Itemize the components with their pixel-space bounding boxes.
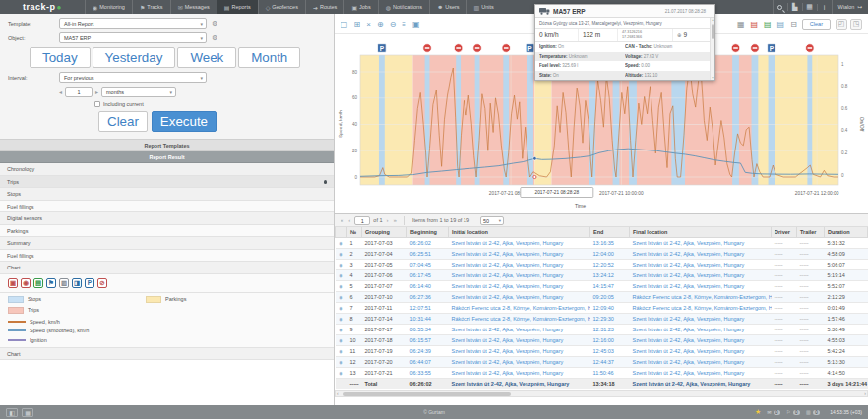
chart-tool-icon[interactable]: × [366,20,371,29]
template-select[interactable]: All-in Report ▾ [59,18,207,29]
report-section-item[interactable]: Digital sensors [0,212,334,225]
row-visibility-icon[interactable]: ◉ [336,357,347,368]
column-header[interactable] [336,227,347,238]
chart-tool-icon[interactable]: ⊕ [377,20,384,29]
report-result-header[interactable]: Report Result [0,151,334,163]
nav-item[interactable]: ☻ Users [429,0,466,14]
table-row[interactable]: ◉102017-07-1806:15:57Szent István út 2-4… [336,335,868,346]
chart-tool-icon[interactable]: ▣ [412,20,420,29]
nav-utility-icon[interactable]: ▙ [787,3,802,11]
table-cell[interactable]: Szent István út 2-42, Ajka, Veszprém, Hu… [630,281,772,292]
row-visibility-icon[interactable]: ◉ [336,292,347,303]
interval-select[interactable]: For previous ▾ [59,72,207,83]
table-cell[interactable]: Szent István út 2-42, Ajka, Veszprém, Hu… [449,357,590,368]
status-counter[interactable]: ⚐ 0 [786,409,800,415]
scrollbar-thumb[interactable] [343,392,511,396]
nav-item[interactable]: ◇ Geofences [258,0,305,14]
table-cell[interactable]: Szent István út 2-42, Ajka, Veszprém, Hu… [630,357,772,368]
quick-interval-button[interactable]: Yesterday [93,47,176,68]
export-icon[interactable]: ▤ [764,20,772,29]
table-cell[interactable]: Szent István út 2-42, Ajka, Veszprém, Hu… [630,325,772,335]
row-visibility-icon[interactable]: ◉ [336,346,347,357]
page-size-select[interactable]: 50 ▾ [480,216,504,225]
chart-toggle-icon[interactable]: ▤ [33,278,43,288]
export-icon[interactable]: ⊟ [790,20,797,29]
table-cell[interactable]: Rákóczi Ferenc utca 2-8, Környe, Komárom… [630,303,772,314]
nav-item[interactable]: ➔ Routes [305,0,343,14]
table-row[interactable]: ◉62017-07-1006:27:36Szent István út 2-42… [336,292,868,303]
nav-item[interactable]: ◉ Monitoring [85,0,132,14]
increment-icon[interactable]: ▸ [95,89,98,95]
row-visibility-icon[interactable]: ◉ [336,260,347,270]
table-row[interactable]: ◉82017-07-1410:31:44Rákóczi Ferenc utca … [336,314,868,325]
table-cell[interactable]: Rákóczi Ferenc utca 2-8, Környe, Komárom… [449,314,590,325]
chart-toggle-icon[interactable]: ▨ [59,278,69,288]
table-cell[interactable]: Szent István út 2-42, Ajka, Veszprém, Hu… [449,346,590,357]
table-cell[interactable]: Szent István út 2-42, Ajka, Veszprém, Hu… [449,249,590,260]
table-cell[interactable]: Szent István út 2-42, Ajka, Veszprém, Hu… [449,292,590,303]
table-row[interactable]: ◉52017-07-0706:14:40Szent István út 2-42… [336,281,868,292]
chart-tool-icon[interactable]: ≡ [402,20,406,29]
nav-item[interactable]: ◍ Notifications [378,0,429,14]
table-row[interactable]: ◉122017-07-2006:44:07Szent István út 2-4… [336,357,868,368]
chart-tool-icon[interactable]: ⊞ [354,20,361,29]
table-cell[interactable]: Szent István út 2-42, Ajka, Veszprém, Hu… [449,281,590,292]
search-icon[interactable] [773,0,787,14]
table-cell[interactable]: Szent István út 2-42, Ajka, Veszprém, Hu… [630,346,772,357]
row-visibility-icon[interactable]: ◉ [336,270,347,281]
nav-utility-icon[interactable]: ▦ [802,3,817,11]
column-header[interactable]: Beginning [407,227,449,238]
row-visibility-icon[interactable]: ◉ [336,335,347,346]
table-cell[interactable]: Szent István út 2-42, Ajka, Veszprém, Hu… [630,249,772,260]
table-row[interactable]: ◉132017-07-2106:33:55Szent István út 2-4… [336,368,868,379]
column-header[interactable]: Final location [630,227,772,238]
clear-button[interactable]: Clear [98,111,148,132]
page-number-input[interactable]: 1 [354,216,370,225]
nav-item[interactable]: ▥ Units [466,0,501,14]
row-visibility-icon[interactable]: ◉ [336,238,347,249]
chart-toggle-icon[interactable]: ▣ [8,278,18,288]
table-cell[interactable]: Szent István út 2-42, Ajka, Veszprém, Hu… [449,368,590,379]
row-visibility-icon[interactable]: ◉ [336,303,347,314]
chart-toggle-icon[interactable]: ◉ [21,278,31,288]
table-row[interactable]: ◉42017-07-0606:17:45Szent István út 2-42… [336,270,868,281]
nav-item[interactable]: ▤ Reports [217,0,258,14]
row-visibility-icon[interactable]: ◉ [336,325,347,335]
table-row[interactable]: ◉32017-07-0507:04:45Szent István út 2-42… [336,260,868,270]
chart-tool-icon[interactable]: ⊖ [390,20,397,29]
table-cell[interactable]: Szent István út 2-42, Ajka, Veszprém, Hu… [630,368,772,379]
export-icon[interactable]: ▤ [750,20,758,29]
chart-clear-button[interactable]: Clear [802,19,831,30]
footer-panel-icon[interactable]: ▦ [22,408,33,417]
column-header[interactable]: Duration [825,227,868,238]
chart-toggle-icon[interactable]: P [85,278,94,288]
table-cell[interactable]: Szent István út 2-42, Ajka, Veszprém, Hu… [630,238,772,249]
table-cell[interactable]: Szent István út 2-42, Ajka, Veszprém, Hu… [630,335,772,346]
column-header[interactable]: Grouping [362,227,407,238]
nav-item[interactable]: ⚑ Tracks [132,0,170,14]
quick-interval-button[interactable]: Today [30,47,91,68]
table-row[interactable]: ◉22017-07-0406:25:51Szent István út 2-42… [336,249,868,260]
chart-toggle-icon[interactable]: ◨ [72,278,82,288]
chart-section-footer[interactable]: Chart [0,348,334,361]
nav-utility-icon[interactable]: i [817,4,832,11]
report-section-item[interactable]: Summary [0,237,334,250]
report-section-item[interactable]: Fuel fillings [0,250,334,263]
user-menu[interactable]: Wialon ↦ [832,0,868,14]
report-section-item[interactable]: Stops [0,188,334,201]
row-visibility-icon[interactable]: ◉ [336,281,347,292]
export-icon[interactable]: ▦ [737,20,745,29]
template-settings-icon[interactable]: ⚙ [212,20,217,28]
report-section-item[interactable]: Chart [0,262,334,274]
table-cell[interactable]: Rákóczi Ferenc utca 2-8, Környe, Komárom… [630,292,772,303]
export-icon[interactable]: ▤ [777,20,785,29]
table-cell[interactable]: Szent István út 2-42, Ajka, Veszprém, Hu… [630,270,772,281]
object-settings-icon[interactable]: ⚙ [212,34,217,42]
table-cell[interactable]: Szent István út 2-42, Ajka, Veszprém, Hu… [449,335,590,346]
chart-tool-icon[interactable]: ▢ [341,20,348,29]
last-page-icon[interactable]: » [393,217,398,223]
chart-view-icon[interactable]: ◳ [850,19,862,30]
decrement-icon[interactable]: ◂ [59,89,62,95]
first-page-icon[interactable]: « [340,217,344,223]
object-select[interactable]: MA57 ERP ▾ [59,32,207,43]
